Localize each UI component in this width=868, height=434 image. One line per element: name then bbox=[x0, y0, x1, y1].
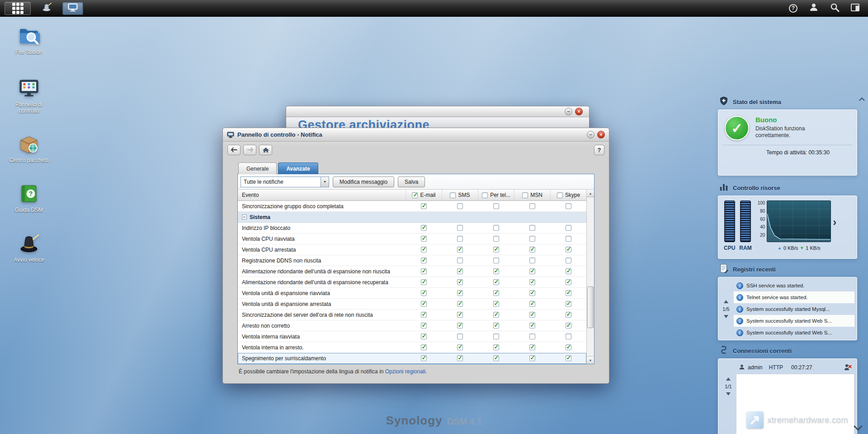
storage-manager-titlebar[interactable]: – × bbox=[286, 106, 589, 117]
notify-checkbox[interactable] bbox=[529, 355, 535, 361]
notify-checkbox[interactable] bbox=[421, 344, 427, 350]
log-entry[interactable]: iSystem successfully started Mysql... bbox=[734, 303, 854, 315]
table-scrollbar[interactable]: ▲ ▼ bbox=[586, 190, 594, 364]
notify-checkbox[interactable] bbox=[421, 203, 427, 209]
notify-checkbox[interactable] bbox=[529, 247, 535, 253]
header-checkbox[interactable] bbox=[522, 192, 528, 198]
notify-checkbox[interactable] bbox=[566, 344, 571, 350]
notify-checkbox[interactable] bbox=[493, 355, 499, 361]
notify-checkbox[interactable] bbox=[493, 279, 499, 285]
notify-checkbox[interactable] bbox=[421, 258, 427, 263]
event-row[interactable]: Sincronizzazione del server dell'ora di … bbox=[238, 310, 586, 320]
column-header-channel[interactable]: Per tel... bbox=[478, 190, 514, 200]
log-entry[interactable]: iSystem successfully started Web S... bbox=[734, 327, 854, 339]
desktop-icon-quick-start[interactable]: Avvio veloce bbox=[7, 233, 51, 263]
event-row[interactable]: Sincronizzazione gruppo disco completata bbox=[238, 201, 586, 212]
user-icon[interactable] bbox=[808, 2, 819, 14]
pager-down-icon[interactable] bbox=[724, 315, 728, 318]
scrollbar-thumb[interactable] bbox=[587, 286, 594, 328]
desktop-icon-dsm-help[interactable]: ? Guida DSM bbox=[7, 183, 51, 213]
header-checkbox[interactable] bbox=[450, 192, 456, 198]
scroll-up-icon[interactable]: ▲ bbox=[587, 190, 594, 197]
regional-options-link[interactable]: Opzioni regionali bbox=[385, 368, 425, 375]
connection-row[interactable]: admin HTTP 00:27:27 bbox=[736, 361, 854, 374]
notify-checkbox[interactable] bbox=[566, 323, 571, 329]
disconnect-icon[interactable] bbox=[844, 363, 852, 372]
home-button[interactable] bbox=[259, 145, 272, 155]
pager-up-icon[interactable] bbox=[724, 300, 728, 303]
notify-checkbox[interactable] bbox=[457, 355, 463, 361]
scroll-down-icon[interactable]: ▼ bbox=[587, 356, 594, 364]
event-row[interactable]: Registrazione DDNS non riuscita bbox=[238, 255, 586, 266]
column-header-channel[interactable]: Skype bbox=[550, 190, 586, 200]
log-entry[interactable]: iTelnet service was started. bbox=[734, 291, 854, 303]
notify-checkbox[interactable] bbox=[566, 268, 571, 274]
notify-checkbox[interactable] bbox=[421, 236, 427, 242]
notify-checkbox[interactable] bbox=[457, 301, 463, 307]
notify-checkbox[interactable] bbox=[529, 334, 535, 339]
notify-checkbox[interactable] bbox=[421, 268, 427, 274]
group-row[interactable]: −Sistema bbox=[238, 212, 586, 223]
notify-checkbox[interactable] bbox=[529, 258, 535, 263]
taskbar-open-app-button[interactable] bbox=[62, 2, 83, 15]
notify-checkbox[interactable] bbox=[566, 225, 571, 231]
notify-checkbox[interactable] bbox=[493, 323, 499, 329]
notify-checkbox[interactable] bbox=[457, 258, 463, 263]
dropdown-arrow-icon[interactable]: ▼ bbox=[321, 177, 329, 187]
edit-message-button[interactable]: Modifica messaggio bbox=[333, 176, 394, 187]
notify-checkbox[interactable] bbox=[457, 279, 463, 285]
quick-launch-button[interactable] bbox=[38, 2, 55, 15]
notify-checkbox[interactable] bbox=[457, 268, 463, 274]
notify-checkbox[interactable] bbox=[457, 225, 463, 231]
notify-checkbox[interactable] bbox=[457, 247, 463, 253]
minimize-icon[interactable]: – bbox=[587, 131, 594, 138]
notify-checkbox[interactable] bbox=[493, 344, 499, 350]
event-row[interactable]: Alimentazione ridondante dell'unità di e… bbox=[238, 277, 586, 288]
notify-checkbox[interactable] bbox=[529, 279, 535, 285]
notify-checkbox[interactable] bbox=[566, 312, 571, 318]
notify-checkbox[interactable] bbox=[457, 323, 463, 329]
notify-checkbox[interactable] bbox=[529, 203, 535, 209]
notify-checkbox[interactable] bbox=[457, 290, 463, 296]
notify-checkbox[interactable] bbox=[529, 323, 535, 329]
event-row[interactable]: Alimentazione ridondante dell'unità di e… bbox=[238, 266, 586, 277]
header-checkbox[interactable] bbox=[412, 192, 418, 198]
notify-checkbox[interactable] bbox=[421, 312, 427, 318]
notify-checkbox[interactable] bbox=[566, 301, 571, 307]
widget-collapse-chevron-icon[interactable] bbox=[853, 423, 863, 431]
column-header-channel[interactable]: MSN bbox=[514, 190, 550, 200]
notify-checkbox[interactable] bbox=[421, 301, 427, 307]
pilot-view-icon[interactable] bbox=[850, 3, 860, 14]
notify-checkbox[interactable] bbox=[493, 258, 499, 263]
event-row[interactable]: Indirizzo IP bloccato bbox=[238, 223, 586, 234]
window-titlebar[interactable]: Pannello di controllo - Notifica – × bbox=[223, 128, 609, 142]
notify-checkbox[interactable] bbox=[457, 203, 463, 209]
notify-checkbox[interactable] bbox=[529, 236, 535, 242]
event-row[interactable]: Ventola interna riavviata bbox=[238, 331, 586, 342]
search-icon[interactable] bbox=[830, 3, 840, 14]
event-row[interactable]: Arresto non corretto bbox=[238, 320, 586, 331]
event-row[interactable]: Ventola unità di espansione arrestata bbox=[238, 299, 586, 310]
notify-checkbox[interactable] bbox=[493, 236, 499, 242]
collapse-minus-icon[interactable]: − bbox=[242, 215, 247, 219]
tab-avanzate[interactable]: Avanzate bbox=[278, 162, 318, 174]
notify-checkbox[interactable] bbox=[566, 258, 571, 263]
notify-checkbox[interactable] bbox=[493, 312, 499, 318]
next-chevron-icon[interactable]: › bbox=[833, 217, 836, 228]
notify-checkbox[interactable] bbox=[421, 247, 427, 253]
desktop-icon-package-center[interactable]: Centro pacchetti bbox=[7, 133, 51, 163]
column-header-event[interactable]: Evento bbox=[238, 190, 406, 200]
column-header-channel[interactable]: SMS bbox=[442, 190, 478, 200]
notify-checkbox[interactable] bbox=[529, 225, 535, 231]
pager-up-icon[interactable] bbox=[726, 377, 731, 381]
notify-checkbox[interactable] bbox=[493, 247, 499, 253]
notify-checkbox[interactable] bbox=[566, 334, 571, 339]
notify-checkbox[interactable] bbox=[566, 355, 571, 361]
close-icon[interactable]: × bbox=[575, 108, 583, 115]
notify-checkbox[interactable] bbox=[566, 203, 571, 209]
notify-checkbox[interactable] bbox=[421, 225, 427, 231]
event-row[interactable]: Ventola interna in arresto. bbox=[238, 342, 586, 353]
log-entry[interactable]: iSystem successfully started Web S... bbox=[734, 315, 854, 327]
desktop-icon-control-panel[interactable]: Pannello di controllo bbox=[7, 77, 51, 114]
help-icon[interactable]: ? bbox=[594, 145, 604, 155]
